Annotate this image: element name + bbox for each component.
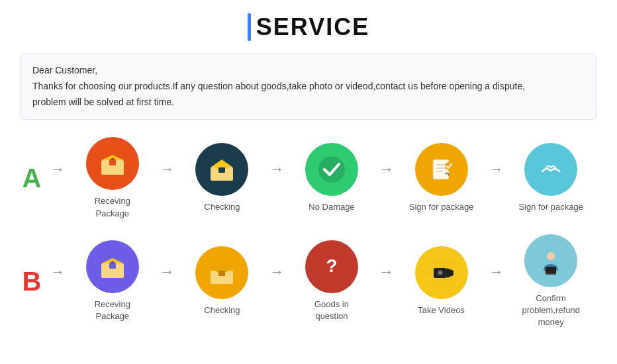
flow-item-checking-b: Checking [176, 246, 269, 316]
svg-point-30 [547, 252, 555, 260]
icon-sign-b [524, 143, 577, 196]
svg-rect-17 [109, 263, 116, 269]
svg-rect-31 [546, 267, 556, 273]
notice-line3: problem will be solved at first time. [32, 95, 585, 111]
label-no-damage: No Damage [308, 201, 354, 213]
icon-checking-a [195, 143, 248, 196]
flow-item-sign-b: Sign for package [504, 143, 597, 213]
svg-rect-8 [433, 159, 449, 179]
arrow-a1: → [159, 161, 176, 178]
page-title-container: SERVICE [248, 13, 369, 41]
label-take-videos: Take Videos [418, 304, 465, 316]
arrow-b2: → [268, 263, 285, 281]
icon-receiving-a [86, 137, 139, 190]
svg-rect-2 [109, 160, 116, 165]
flow-item-confirm-problem: Confirm problem,refund money [504, 234, 597, 329]
flow-item-checking-a: Checking [176, 143, 269, 213]
arrow-b0: → [49, 263, 66, 281]
icon-no-damage [305, 143, 358, 196]
row-label-a: A [20, 163, 44, 193]
svg-rect-21 [218, 271, 225, 276]
arrow-a0: → [49, 161, 66, 178]
svg-point-7 [318, 156, 345, 183]
page-title: SERVICE [256, 13, 369, 41]
service-row-b: B → Receving Package → [20, 234, 597, 329]
svg-point-14 [538, 156, 564, 183]
svg-marker-5 [211, 159, 233, 167]
notice-line1: Dear Customer, [32, 63, 585, 79]
service-row-a: A → Receving Package → [20, 137, 597, 219]
label-sign-b: Sign for package [518, 201, 583, 213]
flow-container-a: → Receving Package → [49, 137, 597, 219]
flow-item-receiving-a: Receving Package [66, 137, 159, 219]
label-checking-b: Checking [204, 304, 240, 316]
svg-point-28 [439, 271, 442, 274]
icon-checking-b [195, 246, 248, 299]
svg-rect-6 [218, 167, 225, 173]
label-receiving-b: Receving Package [79, 298, 146, 322]
title-bar-decoration [248, 13, 251, 41]
label-goods-question: Goods in question [299, 298, 365, 322]
svg-text:?: ? [326, 255, 337, 276]
arrow-b3: → [378, 263, 395, 281]
label-checking-a: Checking [204, 201, 240, 213]
arrow-a3: → [378, 161, 395, 178]
flow-item-goods-question: ? Goods in question [285, 240, 378, 322]
arrow-b4: → [487, 263, 504, 281]
label-receiving-a: Receving Package [79, 195, 146, 219]
label-sign-a: Sign for package [409, 201, 474, 213]
flow-item-take-videos: Take Videos [395, 246, 488, 316]
notice-box: Dear Customer, Thanks for choosing our p… [20, 53, 597, 120]
row-label-b: B [20, 267, 44, 296]
arrow-a4: → [487, 161, 504, 178]
arrow-a2: → [268, 161, 285, 178]
notice-line2: Thanks for choosing our products.If any … [32, 79, 585, 95]
icon-sign-a [415, 143, 468, 196]
svg-rect-32 [546, 273, 556, 275]
flow-item-no-damage: No Damage [285, 143, 378, 213]
icon-take-videos [415, 246, 468, 299]
flow-item-receiving-b: Receving Package [66, 240, 159, 322]
icon-receiving-b [86, 240, 139, 293]
flow-item-sign-a: Sign for package [395, 143, 488, 213]
arrow-b1: → [159, 263, 176, 281]
icon-confirm-problem [524, 234, 577, 287]
label-confirm-problem: Confirm problem,refund money [518, 293, 584, 329]
flow-container-b: → Receving Package → [49, 234, 597, 329]
svg-marker-20 [211, 263, 233, 271]
icon-goods-question: ? [305, 240, 358, 293]
